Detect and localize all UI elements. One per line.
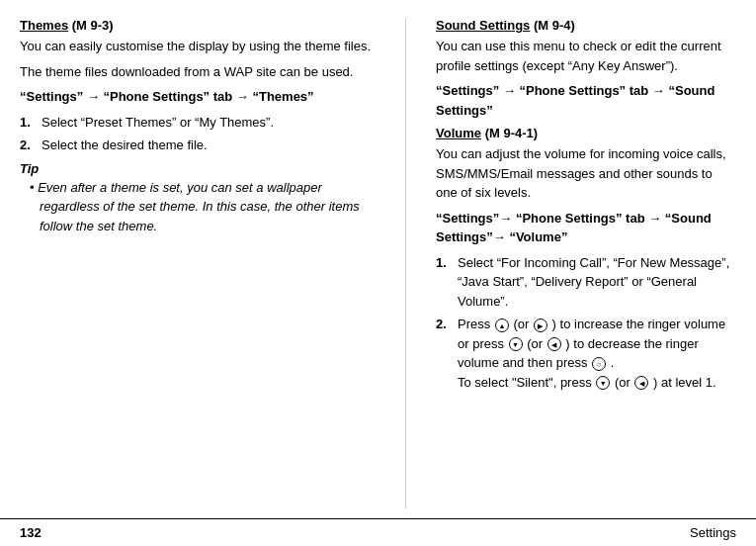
right-path-label: “Settings” → “Phone Settings” tab → “Sou… bbox=[436, 81, 736, 120]
left-section-title: Themes (M 9-3) bbox=[20, 18, 376, 33]
step2-line2-end: ) at level 1. bbox=[653, 375, 716, 390]
step-text: Select “Preset Themes” or “My Themes”. bbox=[42, 113, 376, 133]
step-text-with-icons: Press ▲ (or ▶ ) to increase the ringer v… bbox=[458, 315, 736, 392]
right-steps-list: 1. Select “For Incoming Call”, “For New … bbox=[436, 253, 736, 393]
right-column: Sound Settings (M 9-4) You can use this … bbox=[436, 18, 736, 508]
step-number: 1. bbox=[20, 113, 36, 133]
content-area: Themes (M 9-3) You can easily customise … bbox=[0, 0, 756, 518]
right-intro-text: You can use this menu to check or edit t… bbox=[436, 37, 736, 75]
right-step-1: 1. Select “For Incoming Call”, “For New … bbox=[436, 253, 736, 312]
page-container: Themes (M 9-3) You can easily customise … bbox=[0, 0, 756, 546]
icon-down-2: ▼ bbox=[596, 376, 610, 390]
step-number: 2. bbox=[20, 136, 36, 155]
step-text: Select the desired theme file. bbox=[42, 136, 376, 155]
column-divider bbox=[405, 18, 406, 508]
step-number: 1. bbox=[436, 253, 452, 312]
step2-text-mid1: (or bbox=[513, 317, 533, 331]
left-path-label: “Settings” → “Phone Settings” tab → “The… bbox=[20, 87, 376, 107]
step-text: Select “For Incoming Call”, “For New Mes… bbox=[458, 253, 736, 312]
icon-left: ◀ bbox=[547, 337, 561, 351]
icon-right: ▶ bbox=[534, 318, 547, 332]
left-column: Themes (M 9-3) You can easily customise … bbox=[20, 18, 376, 508]
footer-page-number: 132 bbox=[20, 525, 42, 540]
left-step-1: 1. Select “Preset Themes” or “My Themes”… bbox=[20, 113, 376, 133]
footer-section-label: Settings bbox=[690, 525, 736, 540]
icon-left-2: ◀ bbox=[634, 376, 648, 390]
page-footer: 132 Settings bbox=[0, 518, 756, 546]
step2-text-before: Press bbox=[458, 317, 494, 331]
right-section-title: Sound Settings (M 9-4) bbox=[436, 18, 736, 33]
step-number: 2. bbox=[436, 315, 452, 392]
right-sub-path-label: “Settings”→ “Phone Settings” tab → “Soun… bbox=[436, 209, 736, 247]
right-sub-intro-text: You can adjust the volume for incoming v… bbox=[436, 144, 736, 203]
icon-center: ○ bbox=[592, 357, 606, 371]
icon-down: ▼ bbox=[509, 337, 523, 351]
left-step-2: 2. Select the desired theme file. bbox=[20, 136, 376, 155]
tip-text: • Even after a theme is set, you can set… bbox=[30, 178, 376, 236]
left-steps-list: 1. Select “Preset Themes” or “My Themes”… bbox=[20, 113, 376, 155]
tip-label: Tip bbox=[20, 161, 376, 176]
left-info-text: The theme files downloaded from a WAP si… bbox=[20, 62, 376, 82]
step2-line2-mid: (or bbox=[615, 375, 634, 390]
right-step-2: 2. Press ▲ (or ▶ ) to increase the ringe… bbox=[436, 315, 736, 392]
icon-up: ▲ bbox=[495, 318, 509, 332]
right-subsection-title: Volume (M 9-4-1) bbox=[436, 126, 736, 140]
left-intro-text: You can easily customise the display by … bbox=[20, 37, 376, 56]
step2-text-mid3: (or bbox=[527, 336, 546, 351]
